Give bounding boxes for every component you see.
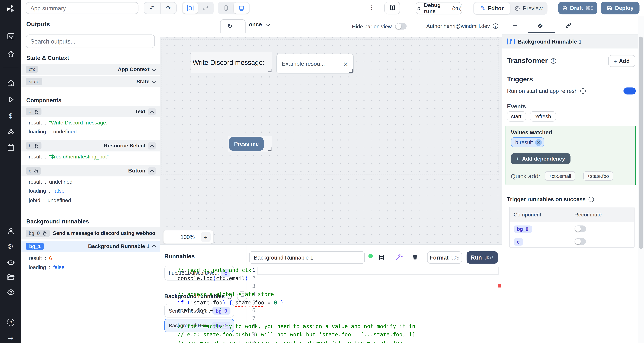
output-row-bg1-selected[interactable]: bg_1 Background Runnable 1 bbox=[21, 240, 160, 252]
draft-button[interactable]: Draft ⌘S bbox=[558, 2, 597, 14]
runnable-title-input[interactable] bbox=[249, 252, 365, 264]
function-icon: ƒ bbox=[507, 38, 514, 45]
components-title: Components bbox=[26, 97, 62, 104]
component-row-c[interactable]: c Button bbox=[21, 165, 160, 177]
refresh-mode-dropdown[interactable]: once bbox=[249, 21, 269, 28]
windmill-logo-icon[interactable] bbox=[0, 3, 21, 14]
quick-add-state-foo[interactable]: +state.foo bbox=[583, 171, 613, 181]
info-icon[interactable]: i bbox=[580, 88, 586, 94]
search-outputs-input[interactable] bbox=[26, 34, 155, 48]
info-icon[interactable]: i bbox=[588, 197, 594, 202]
workers-robot-icon[interactable] bbox=[0, 258, 21, 267]
transformer-label-row: Transformer i bbox=[507, 57, 556, 65]
clear-selection-icon[interactable]: × bbox=[343, 60, 348, 68]
run-button[interactable]: Run ⌘↵ bbox=[466, 252, 498, 264]
app-summary-input[interactable] bbox=[26, 2, 138, 14]
refresh-icon[interactable]: ↻ bbox=[227, 23, 232, 30]
output-row-bg0[interactable]: bg_0 Send a message to discord using web… bbox=[21, 227, 160, 240]
schedules-calendar-icon[interactable] bbox=[0, 142, 21, 152]
event-chip-start[interactable]: start bbox=[506, 111, 526, 122]
users-person-icon[interactable] bbox=[0, 226, 21, 236]
recompute-toggle[interactable] bbox=[574, 225, 586, 232]
tab-insert-plus-icon[interactable]: + bbox=[513, 21, 518, 30]
delete-trash-icon[interactable] bbox=[412, 254, 418, 260]
collapse-toggle[interactable] bbox=[148, 108, 156, 115]
deploy-button[interactable]: Deploy bbox=[601, 2, 640, 14]
output-row-ctx[interactable]: ctx App Context bbox=[21, 64, 160, 75]
remove-dependency-icon[interactable]: × bbox=[535, 139, 542, 146]
collapse-toggle[interactable] bbox=[148, 142, 156, 149]
docs-book-button[interactable] bbox=[384, 2, 400, 14]
info-icon[interactable]: i bbox=[493, 24, 498, 29]
floppy-icon bbox=[607, 5, 613, 11]
layout-toggle-group bbox=[182, 2, 214, 14]
button-component-wrapper: Press me bbox=[228, 136, 272, 152]
format-button[interactable]: Format ⌘S bbox=[427, 252, 462, 264]
zoom-in-button[interactable]: + bbox=[201, 232, 211, 242]
preview-eye-icon bbox=[514, 5, 520, 11]
debug-runs-button[interactable]: Debug runs (26) bbox=[416, 2, 462, 14]
press-me-button[interactable]: Press me bbox=[229, 137, 264, 150]
component-row-a[interactable]: a Text bbox=[21, 106, 160, 118]
info-icon[interactable]: i bbox=[551, 58, 556, 64]
redo-icon[interactable]: ↷ bbox=[160, 2, 176, 14]
resource-select-component[interactable]: Example resou... × bbox=[276, 54, 354, 74]
runs-play-icon[interactable] bbox=[0, 94, 21, 104]
tab-preview[interactable]: Preview bbox=[510, 2, 547, 14]
favorites-star-icon[interactable] bbox=[0, 49, 21, 59]
run-on-start-toggle[interactable] bbox=[623, 88, 636, 94]
b-badge: b bbox=[26, 142, 42, 149]
fullscreen-icon[interactable] bbox=[198, 2, 213, 14]
resize-handle[interactable] bbox=[268, 68, 272, 72]
audit-eye-icon[interactable] bbox=[0, 287, 21, 297]
home-icon[interactable] bbox=[0, 78, 21, 88]
add-dependency-button[interactable]: + Add dependency bbox=[511, 153, 570, 164]
hide-bar-toggle[interactable] bbox=[395, 23, 406, 30]
cache-database-icon[interactable] bbox=[378, 254, 385, 261]
folders-icon[interactable] bbox=[0, 272, 21, 282]
event-chip-refresh[interactable]: refresh bbox=[530, 111, 556, 122]
scrollbar-thumb[interactable] bbox=[639, 36, 643, 249]
more-options-kebab-icon[interactable]: ⋮ bbox=[368, 3, 375, 11]
pencil-icon: ✎ bbox=[480, 5, 485, 12]
resize-handle[interactable] bbox=[349, 69, 353, 73]
variables-dollar-icon[interactable]: $ bbox=[0, 110, 21, 120]
chevron-down-icon[interactable] bbox=[152, 66, 156, 71]
chevron-down-icon[interactable] bbox=[152, 78, 156, 83]
component-row-b[interactable]: b Resource Select bbox=[21, 140, 160, 152]
watched-value-chip[interactable]: b.result × bbox=[511, 137, 544, 148]
device-toggle-group bbox=[218, 2, 250, 14]
chevron-up-icon[interactable] bbox=[152, 244, 156, 249]
settings-gear-icon[interactable]: ⚙ bbox=[0, 242, 21, 251]
zoom-out-button[interactable]: − bbox=[169, 233, 174, 241]
output-row-state[interactable]: state State bbox=[21, 76, 160, 88]
events-label: Events bbox=[507, 103, 526, 110]
collapse-toggle[interactable] bbox=[148, 167, 156, 174]
selected-runnable-header: ƒ Background Runnable 1 bbox=[502, 34, 638, 48]
recompute-toggle[interactable] bbox=[574, 238, 586, 244]
help-icon[interactable]: ? bbox=[0, 318, 21, 327]
scrollbar-track[interactable] bbox=[638, 16, 644, 343]
quick-add-ctx-email[interactable]: +ctx.email bbox=[545, 171, 575, 181]
debug-runs-label: Debug runs bbox=[424, 2, 450, 14]
workspace-icon[interactable] bbox=[0, 31, 21, 41]
mobile-icon[interactable] bbox=[218, 2, 234, 14]
ai-wand-icon[interactable] bbox=[395, 254, 403, 261]
center-align-icon[interactable] bbox=[183, 2, 198, 14]
resources-cubes-icon[interactable] bbox=[0, 126, 21, 136]
undo-icon[interactable]: ↶ bbox=[144, 2, 160, 14]
code-lines[interactable]: // read outputs and ctxconsole.log(ctx.e… bbox=[178, 266, 416, 343]
kv-row: result:undefined bbox=[21, 177, 160, 186]
add-transformer-button[interactable]: + Add bbox=[608, 55, 635, 67]
resize-handle[interactable] bbox=[268, 148, 272, 151]
desktop-icon[interactable] bbox=[234, 2, 249, 14]
windmill-app-editor: $ ⚙ ? → ↶ ↷ bbox=[0, 0, 644, 343]
refresh-count-box[interactable]: ↻ 1 bbox=[220, 19, 246, 33]
canvas-grid[interactable]: Write Discord message: Example resou... … bbox=[160, 37, 502, 244]
trigger-success-row: Trigger runnables on success i bbox=[507, 196, 594, 202]
tab-styling-brush-icon[interactable] bbox=[564, 22, 572, 30]
tab-editor[interactable]: ✎ Editor bbox=[474, 2, 510, 14]
collapse-arrow-icon[interactable]: → bbox=[0, 333, 21, 343]
tab-settings-components-icon[interactable]: ❖ bbox=[537, 22, 543, 30]
text-component[interactable]: Write Discord message: bbox=[192, 52, 272, 73]
